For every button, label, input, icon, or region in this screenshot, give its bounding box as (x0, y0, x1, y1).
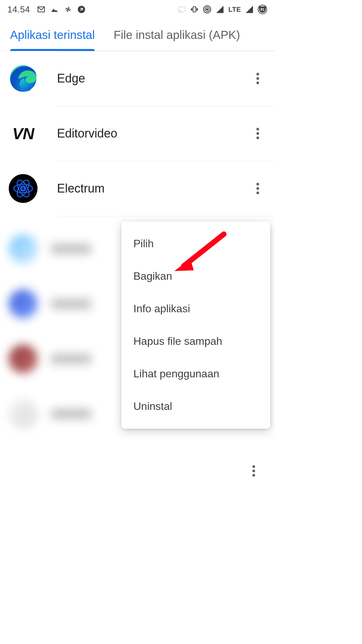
svg-text:B: B (22, 186, 24, 191)
context-menu: Pilih Bagikan Info aplikasi Hapus file s… (121, 221, 270, 429)
svg-point-11 (256, 128, 259, 130)
signal-icon-2 (245, 5, 254, 14)
menu-item-appinfo[interactable]: Info aplikasi (121, 292, 270, 325)
svg-rect-3 (193, 7, 196, 12)
list-item[interactable]: VN Editorvideo (0, 106, 275, 161)
tab-apk[interactable]: File instal aplikasi (APK) (114, 19, 240, 51)
pinwheel-icon (64, 5, 72, 14)
list-item[interactable]: B Electrum (0, 161, 275, 216)
cast-icon (177, 5, 186, 14)
mail-icon (37, 5, 46, 14)
svg-point-13 (256, 137, 259, 139)
battery-percent: 81 (260, 7, 264, 11)
overflow-button[interactable] (250, 71, 265, 86)
menu-item-usage[interactable]: Lihat penggunaan (121, 358, 270, 390)
hotspot-icon (203, 5, 212, 14)
tab-installed[interactable]: Aplikasi terinstal (10, 19, 95, 51)
app-name: Edge (57, 71, 250, 86)
svg-point-9 (256, 77, 259, 80)
overflow-button[interactable] (250, 181, 265, 196)
blurred-region (7, 221, 121, 441)
circle-arrow-icon (77, 5, 86, 14)
svg-point-24 (252, 474, 255, 477)
menu-item-cleanjunk[interactable]: Hapus file sampah (121, 325, 270, 358)
vibrate-icon (190, 5, 199, 14)
app-icon-edge (9, 64, 38, 93)
tab-bar: Aplikasi terinstal File instal aplikasi … (0, 19, 275, 51)
svg-point-23 (252, 470, 255, 472)
list-item[interactable]: Edge (0, 51, 275, 106)
menu-item-select[interactable]: Pilih (121, 227, 270, 260)
svg-point-19 (256, 183, 259, 185)
tab-apk-label: File instal aplikasi (APK) (114, 28, 240, 42)
tab-installed-label: Aplikasi terinstal (10, 28, 95, 42)
svg-point-20 (256, 187, 259, 190)
svg-rect-2 (178, 7, 185, 11)
menu-item-share[interactable]: Bagikan (121, 260, 270, 292)
svg-point-4 (206, 9, 208, 10)
app-icon-electrum: B (9, 174, 38, 203)
overflow-button[interactable] (246, 464, 261, 478)
app-name: Electrum (57, 181, 250, 196)
svg-point-21 (256, 192, 259, 194)
menu-item-uninstall[interactable]: Uninstal (121, 390, 270, 423)
app-icon-vn: VN (9, 119, 38, 148)
svg-point-8 (256, 73, 259, 75)
app-list: Edge VN Editorvideo (0, 51, 275, 216)
svg-point-12 (256, 132, 259, 135)
app-name: Editorvideo (57, 126, 250, 141)
status-time: 14.54 (7, 4, 30, 15)
battery-icon: 81 (258, 5, 267, 14)
status-bar: 14.54 (0, 0, 275, 19)
photos-icon (50, 5, 59, 14)
lte-label: LTE (228, 6, 241, 13)
overflow-button[interactable] (250, 126, 265, 141)
signal-icon (216, 5, 224, 14)
svg-point-10 (256, 82, 259, 84)
svg-point-22 (252, 465, 255, 468)
